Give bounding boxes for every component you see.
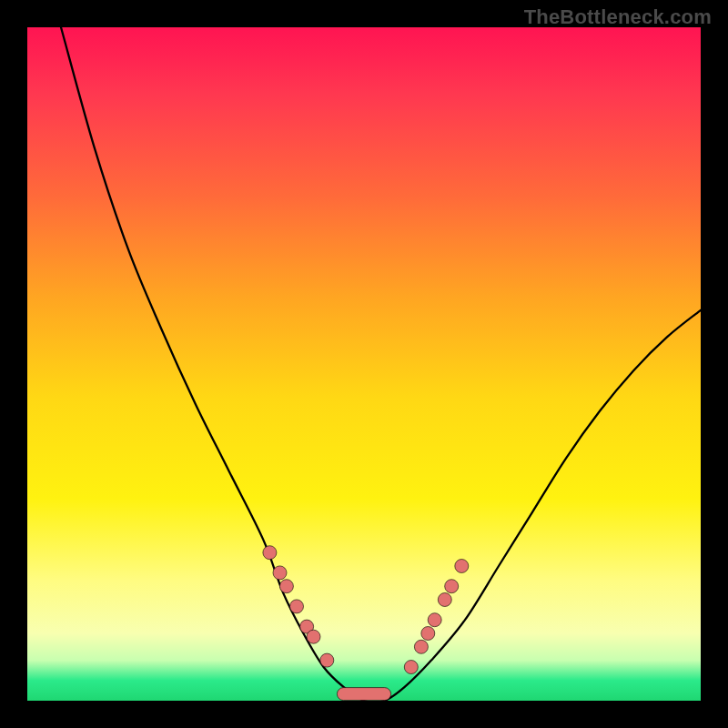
bottleneck-curve — [61, 27, 701, 703]
highlight-point — [263, 546, 277, 560]
highlight-point — [421, 627, 435, 641]
chart-svg — [27, 27, 701, 701]
highlight-point — [404, 661, 418, 674]
chart-frame: TheBottleneck.com — [0, 0, 728, 728]
highlight-point — [414, 640, 428, 653]
highlight-point — [445, 580, 459, 593]
highlight-point — [320, 653, 334, 667]
highlight-point — [428, 613, 441, 627]
highlight-point — [455, 560, 469, 573]
bottom-band — [337, 688, 390, 701]
highlight-point — [279, 580, 293, 593]
highlight-point — [438, 593, 451, 607]
highlight-points — [263, 546, 469, 701]
highlight-point — [290, 600, 304, 613]
highlight-point — [273, 566, 287, 580]
plot-area — [27, 27, 701, 701]
attribution-label: TheBottleneck.com — [524, 5, 712, 29]
highlight-point — [307, 630, 320, 643]
